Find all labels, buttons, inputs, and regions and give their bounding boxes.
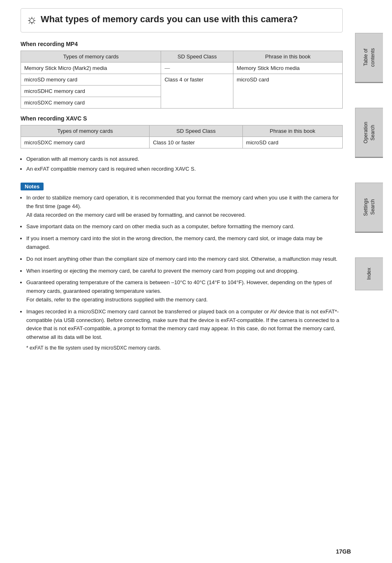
- xavc-row1-col2: Class 10 or faster: [150, 137, 243, 148]
- mp4-col1-header: Types of memory cards: [21, 51, 161, 63]
- table-row: Memory Stick Micro (Mark2) media — Memor…: [21, 63, 343, 74]
- xavc-row1-col3: microSD card: [242, 137, 342, 148]
- xavc-col1-header: Types of memory cards: [21, 125, 150, 137]
- mp4-row2-col1: microSD memory card: [21, 74, 161, 86]
- sidebar-item-index[interactable]: Index: [355, 257, 383, 290]
- mp4-col3-header: Phrase in this book: [233, 51, 343, 63]
- mp4-table: Types of memory cards SD Speed Class Phr…: [21, 51, 343, 109]
- footnote: * exFAT is the file system used by micro…: [26, 345, 343, 351]
- note-item: Images recorded in a microSDXC memory ca…: [26, 308, 343, 342]
- note-item: In order to stabilize memory card operat…: [26, 194, 343, 219]
- mp4-row3-col1: microSDHC memory card: [21, 86, 161, 97]
- settings-tab-label: Settings Search: [361, 192, 378, 222]
- notes-list: In order to stabilize memory card operat…: [26, 194, 343, 342]
- sidebar-item-toc[interactable]: Table of contents: [355, 33, 383, 82]
- separator: [355, 232, 383, 233]
- note-item: Save important data on the memory card o…: [26, 222, 343, 231]
- note-item: If you insert a memory card into the slo…: [26, 234, 343, 252]
- xavc-table: Types of memory cards SD Speed Class Phr…: [21, 125, 343, 148]
- note-item: Guaranteed operating temperature of the …: [26, 278, 343, 304]
- mp4-col2-header: SD Speed Class: [161, 51, 233, 63]
- index-tab-label: Index: [364, 261, 374, 286]
- sidebar-item-settings[interactable]: Settings Search: [355, 183, 383, 232]
- mp4-row2-col2: Class 4 or faster: [161, 74, 233, 109]
- page-title-box: ⛭ What types of memory cards you can use…: [21, 8, 343, 32]
- sidebar-tabs: Table of contents Operation Search Setti…: [355, 0, 392, 563]
- mp4-row1-col3: Memory Stick Micro media: [233, 63, 343, 74]
- notes-section: Notes In order to stabilize memory card …: [21, 183, 343, 351]
- bullet-item: Operation with all memory cards is not a…: [26, 155, 343, 163]
- general-bullets: Operation with all memory cards is not a…: [26, 155, 343, 173]
- mp4-section: When recording MP4 Types of memory cards…: [21, 41, 343, 109]
- table-row: microSD memory card Class 4 or faster mi…: [21, 74, 343, 86]
- notes-label: Notes: [21, 183, 44, 190]
- separator: [355, 82, 383, 83]
- xavc-row1-col1: microSDXC memory card: [21, 137, 150, 148]
- separator: [355, 157, 383, 158]
- bullet-item: An exFAT compatible memory card is requi…: [26, 165, 343, 173]
- operation-tab-label: Operation Search: [361, 115, 378, 150]
- mp4-row2-col3: microSD card: [233, 74, 343, 109]
- main-content: ⛭ What types of memory cards you can use…: [12, 0, 351, 367]
- page-title: What types of memory cards you can use w…: [41, 14, 298, 25]
- mp4-row4-col1: microSDXC memory card: [21, 97, 161, 109]
- page-number: 17GB: [336, 548, 351, 555]
- xavc-section: When recording XAVC S Types of memory ca…: [21, 115, 343, 148]
- sidebar-item-operation[interactable]: Operation Search: [355, 108, 383, 157]
- mp4-row1-col2: —: [161, 63, 233, 74]
- mp4-heading: When recording MP4: [21, 41, 343, 47]
- note-item: When inserting or ejecting the memory ca…: [26, 267, 343, 276]
- camera-icon: ⛭: [27, 14, 37, 27]
- table-row: microSDXC memory card Class 10 or faster…: [21, 137, 343, 148]
- toc-tab-label: Table of contents: [361, 42, 378, 73]
- xavc-col3-header: Phrase in this book: [242, 125, 342, 137]
- xavc-col2-header: SD Speed Class: [150, 125, 243, 137]
- mp4-row1-col1: Memory Stick Micro (Mark2) media: [21, 63, 161, 74]
- xavc-heading: When recording XAVC S: [21, 115, 343, 122]
- note-item: Do not insert anything other than the co…: [26, 255, 343, 264]
